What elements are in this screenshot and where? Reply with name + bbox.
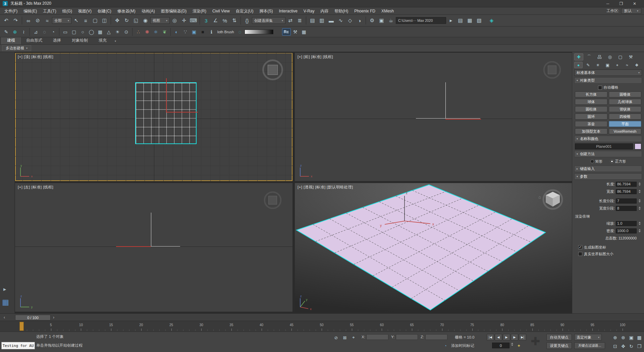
plane-object[interactable] bbox=[297, 185, 545, 310]
menu-item-3[interactable]: 组(G) bbox=[59, 7, 75, 15]
menu-item-5[interactable]: 创建(C) bbox=[95, 7, 114, 15]
viewcube[interactable] bbox=[543, 61, 561, 79]
category-dropdown[interactable]: 标准基本体 ▾ bbox=[574, 70, 642, 76]
rollout-object-type-header[interactable]: ▾ 对象类型 bbox=[574, 77, 642, 84]
menu-item-18[interactable]: XMesh bbox=[378, 7, 397, 15]
rollout-keyboard-entry-header[interactable]: ▸ 键盘输入 bbox=[574, 166, 642, 172]
rounded-rect-tool-icon[interactable]: ▢ bbox=[70, 28, 78, 36]
utilities-tab[interactable]: ⚒ bbox=[626, 53, 635, 60]
object-type-button-11[interactable]: VoxelRemesh bbox=[609, 128, 641, 134]
workspace-grid-icon[interactable]: ▦ bbox=[465, 16, 474, 25]
viewcube-face[interactable] bbox=[268, 65, 278, 75]
lights-tab[interactable]: ☀ bbox=[594, 62, 602, 68]
auto-key-button[interactable]: 自动关键点 bbox=[546, 334, 572, 341]
y-coord-field[interactable] bbox=[396, 334, 418, 340]
menu-item-12[interactable]: 脚本(S) bbox=[256, 7, 276, 15]
close-button[interactable]: ✕ bbox=[628, 0, 641, 7]
menu-item-15[interactable]: 内容 bbox=[318, 7, 332, 15]
polygon-modeling-icon[interactable]: ✎ bbox=[2, 28, 10, 36]
particles-icon[interactable]: ∵ bbox=[181, 28, 190, 36]
current-frame-field[interactable]: 0 bbox=[492, 343, 509, 348]
motion-tab[interactable]: ◎ bbox=[605, 53, 614, 60]
menu-item-13[interactable]: Interactive bbox=[276, 7, 300, 15]
selection-filter-dropdown[interactable]: 全部▾ bbox=[52, 17, 71, 24]
layer-explorer-icon[interactable]: ▥ bbox=[317, 16, 326, 25]
menu-item-17[interactable]: Phoenix FD bbox=[351, 7, 378, 15]
menu-item-7[interactable]: 动画(A) bbox=[139, 7, 158, 15]
falloff-slider[interactable] bbox=[245, 30, 273, 34]
length-field[interactable]: 86.7594 bbox=[616, 182, 637, 187]
viewport-front[interactable]: [+] [前] [标准] [线框] xz bbox=[295, 53, 572, 181]
width-segs-field[interactable]: 8 bbox=[616, 206, 637, 211]
project-path-field[interactable]: C:\Users\··· Max 2020 bbox=[396, 17, 446, 24]
named-sets-dropdown[interactable]: 创建选择集▾ bbox=[252, 17, 285, 24]
generate-mapping-checkbox[interactable]: ✓ bbox=[578, 245, 582, 249]
object-type-button-7[interactable]: 四棱锥 bbox=[609, 114, 641, 120]
zoom-icon[interactable]: ⊕ bbox=[611, 333, 619, 342]
z-coord-field[interactable] bbox=[425, 334, 447, 340]
scene-explorer-icon[interactable]: ▤ bbox=[308, 16, 317, 25]
menu-item-4[interactable]: 视图(V) bbox=[75, 7, 95, 15]
time-slider-right-arrow[interactable]: › bbox=[51, 315, 56, 320]
snap-toggle-3d-icon[interactable]: 3 bbox=[202, 16, 211, 25]
channel-info-icon[interactable]: ▦ bbox=[300, 28, 308, 36]
menu-item-6[interactable]: 修改器(M) bbox=[114, 7, 139, 15]
menu-item-8[interactable]: 图形编辑器(D) bbox=[158, 7, 190, 15]
object-type-button-6[interactable]: 圆环 bbox=[575, 114, 607, 120]
viewcube[interactable] bbox=[542, 189, 563, 210]
goto-end-button[interactable]: ▶| bbox=[519, 334, 526, 341]
viewport-label-front[interactable]: [+] [前] [标准] [线框] bbox=[298, 54, 333, 59]
viewport-label-top[interactable]: [+] [顶] [标准] [线框] bbox=[18, 54, 53, 59]
object-type-button-0[interactable]: 长方体 bbox=[575, 91, 607, 97]
autogrid-checkbox[interactable] bbox=[598, 86, 602, 90]
rectangle-tool-icon[interactable]: ▭ bbox=[61, 28, 69, 36]
select-manipulate-icon[interactable]: ✛ bbox=[179, 16, 189, 25]
navigation-cross-icon[interactable]: ✚ bbox=[531, 335, 540, 348]
menu-item-2[interactable]: 工具(T) bbox=[40, 7, 59, 15]
curve-editor-icon[interactable]: ∿ bbox=[336, 16, 345, 25]
unlink-selection-icon[interactable]: ⊘ bbox=[33, 16, 42, 25]
ring-tool-icon[interactable]: ⊙ bbox=[122, 28, 130, 36]
project-folder-icon[interactable]: ▸ bbox=[446, 16, 455, 25]
pan-icon[interactable]: ✥ bbox=[619, 342, 627, 351]
select-and-link-icon[interactable]: ∞ bbox=[24, 16, 33, 25]
bind-to-spacewarp-icon[interactable]: ≈ bbox=[43, 16, 52, 25]
select-rotate-icon[interactable]: ↻ bbox=[122, 16, 131, 25]
length-spinner[interactable] bbox=[638, 182, 641, 186]
object-type-button-10[interactable]: 加强型文本 bbox=[575, 128, 607, 134]
set-key-button[interactable]: 设置关键点 bbox=[546, 342, 572, 349]
modify-tab[interactable]: ⌒ bbox=[585, 53, 594, 60]
angle-snap-icon[interactable]: ∠ bbox=[211, 16, 220, 25]
workspace-scene-icon[interactable]: ▤ bbox=[456, 16, 465, 25]
sphere-map-icon[interactable]: ◐ bbox=[172, 28, 181, 36]
select-scale-icon[interactable]: ◱ bbox=[131, 16, 141, 25]
orbit-icon[interactable]: ↻ bbox=[627, 342, 635, 351]
expand-tray-icon[interactable]: ▶ bbox=[3, 287, 6, 292]
creation-method-option-0[interactable]: 矩形 bbox=[590, 159, 603, 164]
viewport-top[interactable]: [+] [顶] [标准] [线框] xy bbox=[15, 53, 292, 181]
rendered-frame-icon[interactable]: ▣ bbox=[377, 16, 386, 25]
viewport-label-perspective[interactable]: [+] [透视] [标准] [默认明暗处理] bbox=[298, 185, 353, 190]
creation-method-option-1[interactable]: 正方形 bbox=[610, 159, 626, 164]
select-place-icon[interactable]: ◉ bbox=[141, 16, 150, 25]
key-mode-icon[interactable]: ✦ bbox=[516, 342, 522, 349]
geometry-tab[interactable]: ● bbox=[574, 62, 583, 68]
track-bar[interactable]: 0510152025303540455055606570758085909510… bbox=[0, 321, 644, 332]
spinner-snap-icon[interactable]: ⇅ bbox=[230, 16, 239, 25]
viewcube-home-icon[interactable]: ⌂ bbox=[538, 194, 541, 200]
polygon-modeling-panel[interactable]: 多边形建模 ▾ bbox=[2, 45, 31, 51]
helpers-tab[interactable]: ⌖ bbox=[613, 62, 622, 68]
foliage-icon[interactable]: ❦ bbox=[160, 28, 169, 36]
scatter-icon[interactable]: ∴ bbox=[134, 28, 143, 36]
play-button[interactable]: ▶ bbox=[503, 334, 510, 341]
window-crossing-icon[interactable]: ◫ bbox=[100, 16, 109, 25]
hierarchy-tab[interactable]: 品 bbox=[595, 53, 604, 60]
ribbon-tab-1[interactable]: 自由形式 bbox=[21, 37, 48, 44]
frame-spinner[interactable] bbox=[510, 343, 514, 346]
spacewarps-tab[interactable]: ≈ bbox=[623, 62, 631, 68]
rectangular-selection-icon[interactable]: ▢ bbox=[91, 16, 100, 25]
object-type-button-2[interactable]: 球体 bbox=[575, 99, 607, 105]
spray-icon[interactable]: ❋ bbox=[143, 28, 151, 36]
prev-frame-button[interactable]: ◀ bbox=[495, 334, 502, 341]
scale-spinner[interactable] bbox=[638, 222, 641, 225]
